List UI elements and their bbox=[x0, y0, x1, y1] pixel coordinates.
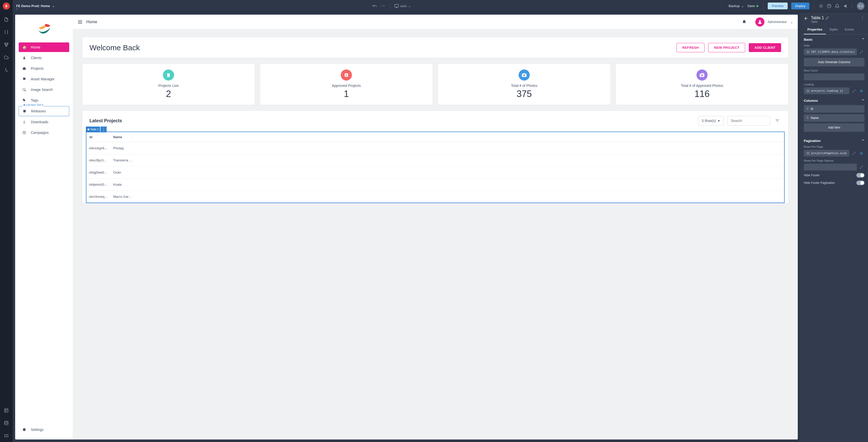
toggle-label: Hide Footer bbox=[804, 173, 820, 177]
rows-per-page-select[interactable]: 5 Row(s)▾ bbox=[698, 116, 723, 126]
add-item-button[interactable]: Add Item bbox=[804, 123, 865, 132]
backup-button[interactable]: Backup⌄ bbox=[728, 4, 744, 8]
expand-icon[interactable] bbox=[851, 150, 857, 156]
svg-line-61 bbox=[854, 152, 855, 153]
sliders-icon[interactable] bbox=[3, 433, 9, 439]
sidebar-item-label: Campaigns bbox=[31, 131, 49, 135]
sidebar-item-releases[interactable]: Releases bbox=[19, 106, 69, 116]
undo-icon[interactable] bbox=[372, 4, 377, 8]
hamburger-icon[interactable] bbox=[77, 19, 83, 25]
tab-events[interactable]: Events bbox=[841, 25, 858, 34]
tab-styles[interactable]: Styles bbox=[826, 25, 841, 34]
sidebar-item-label: Releases bbox=[31, 109, 46, 113]
braces-icon[interactable] bbox=[3, 29, 9, 35]
projects-card: Latest Projects 5 Row(s)▾ Table 1 ⋮ bbox=[82, 111, 788, 203]
filter-icon[interactable] bbox=[774, 117, 781, 125]
redo-icon[interactable] bbox=[380, 4, 385, 8]
svg-line-25 bbox=[822, 4, 823, 5]
data-table[interactable]: Id Name ckknckgn6…Photag ckko3fyc3…Trans… bbox=[86, 132, 785, 203]
table-row[interactable]: ckltjeins00…Koala bbox=[86, 179, 784, 191]
sidebar-item-home[interactable]: 🏠Home bbox=[19, 42, 69, 52]
expand-icon[interactable] bbox=[859, 49, 865, 55]
drag-handle-icon[interactable]: ⠿ bbox=[806, 107, 809, 110]
saved-indicator-icon bbox=[756, 5, 758, 7]
column-header-name[interactable]: Name bbox=[110, 135, 132, 139]
field-label: Rows Per Page bbox=[804, 145, 865, 148]
back-button[interactable] bbox=[804, 15, 808, 21]
image-search-icon bbox=[22, 88, 26, 91]
fx-icon[interactable]: fx bbox=[859, 150, 865, 156]
data-input[interactable] bbox=[804, 49, 857, 55]
stat-approved-photos: Total # of Approved Photos 116 bbox=[616, 64, 788, 105]
page-title: Home bbox=[86, 20, 97, 24]
rows-per-page-input[interactable] bbox=[804, 150, 849, 157]
table-row[interactable]: ckligj5wa0…Ovan bbox=[86, 166, 784, 179]
database-icon[interactable] bbox=[3, 420, 9, 426]
hide-footer-toggle[interactable] bbox=[857, 173, 865, 178]
camera-plus-icon bbox=[696, 69, 708, 81]
cell: ckltjeins00… bbox=[89, 183, 110, 186]
save-status: Save bbox=[747, 4, 758, 8]
svg-rect-30 bbox=[23, 88, 25, 90]
sidebar-item-image-search[interactable]: Image Search bbox=[19, 85, 69, 94]
tab-properties[interactable]: Properties bbox=[804, 25, 826, 34]
column-header-id[interactable]: Id bbox=[89, 135, 110, 139]
add-client-button[interactable]: ADD CLIENT bbox=[749, 43, 781, 52]
sidebar-item-downloads[interactable]: Downloads bbox=[19, 117, 69, 127]
hide-footer-pagination-toggle[interactable] bbox=[857, 181, 865, 185]
section-header-pagination[interactable]: Pagination⌃ bbox=[804, 139, 865, 143]
notification-icon[interactable] bbox=[738, 18, 750, 26]
expand-icon[interactable] bbox=[859, 164, 865, 170]
notification-icon[interactable] bbox=[835, 4, 839, 8]
column-item[interactable]: ⠿Name bbox=[804, 114, 865, 122]
cloud-icon[interactable] bbox=[3, 55, 9, 60]
stat-value: 375 bbox=[443, 89, 605, 99]
svg-point-17 bbox=[820, 5, 822, 7]
canvas: 🏠Home Clients Projects Asset Manager Ima… bbox=[15, 14, 798, 440]
user-menu[interactable]: Administrator ⌄ bbox=[754, 18, 793, 27]
page-icon[interactable] bbox=[3, 17, 9, 22]
preview-button[interactable]: Preview bbox=[768, 2, 787, 9]
fx-icon[interactable]: fx bbox=[859, 88, 865, 94]
project-title[interactable]: FE Demo Prod: Home ⌄ bbox=[16, 4, 55, 8]
loading-input[interactable] bbox=[804, 87, 849, 94]
sidebar-item-projects[interactable]: Projects bbox=[19, 64, 69, 73]
theme-icon[interactable] bbox=[819, 4, 823, 8]
brand-logo[interactable]: 8 bbox=[3, 2, 10, 9]
user-avatar[interactable]: S S bbox=[857, 2, 865, 10]
layout-icon[interactable] bbox=[3, 408, 9, 413]
refresh-button[interactable]: REFRESH bbox=[677, 43, 705, 52]
expand-icon[interactable] bbox=[851, 88, 857, 94]
sidebar-item-clients[interactable]: Clients bbox=[19, 53, 69, 63]
rows-per-page-options-input[interactable] bbox=[804, 164, 857, 170]
stat-total-photos: Total # of Photos 375 bbox=[438, 64, 610, 105]
panel-menu-icon[interactable]: ⋮ bbox=[861, 15, 865, 21]
search-input[interactable] bbox=[727, 116, 770, 126]
table-row[interactable]: ckknckgn6…Photag bbox=[86, 142, 784, 154]
column-name: Name bbox=[811, 116, 819, 120]
section-header-basic[interactable]: Basic⌃ bbox=[804, 38, 865, 41]
function-icon[interactable]: fx bbox=[3, 67, 9, 73]
new-project-button[interactable]: NEW PROJECT bbox=[708, 43, 745, 52]
sidebar-item-settings[interactable]: Settings bbox=[19, 425, 69, 435]
edit-icon[interactable] bbox=[826, 17, 829, 20]
viewport-selector[interactable]: auto ⌄ bbox=[394, 4, 411, 8]
section-header-columns[interactable]: Columns⌃ bbox=[804, 99, 865, 102]
table-selection-menu[interactable]: ⋮ bbox=[100, 127, 106, 132]
deploy-button[interactable]: Deploy bbox=[791, 2, 809, 9]
table-row[interactable]: ckm3ncwq…Marco Gar… bbox=[86, 191, 784, 202]
tree-icon[interactable] bbox=[3, 42, 9, 48]
svg-line-57 bbox=[862, 51, 863, 52]
drag-handle-icon[interactable]: ⠿ bbox=[806, 116, 809, 120]
sidebar-item-asset-manager[interactable]: Asset Manager bbox=[19, 74, 69, 84]
column-item[interactable]: ⠿Id bbox=[804, 105, 865, 113]
autogen-columns-button[interactable]: Auto Generate Columns bbox=[804, 58, 865, 66]
share-icon[interactable] bbox=[843, 4, 847, 8]
help-icon[interactable] bbox=[827, 4, 831, 8]
row-count-input[interactable] bbox=[804, 73, 865, 80]
hide-footer-pagination-toggle-row: Hide Footer Pagination bbox=[804, 181, 865, 185]
table-row[interactable]: ckko3fyc3…Transterra … bbox=[86, 154, 784, 166]
field-label: Rows Per Page Options bbox=[804, 159, 865, 162]
tag-icon bbox=[22, 98, 26, 102]
sidebar-item-campaigns[interactable]: Campaigns bbox=[19, 128, 69, 137]
